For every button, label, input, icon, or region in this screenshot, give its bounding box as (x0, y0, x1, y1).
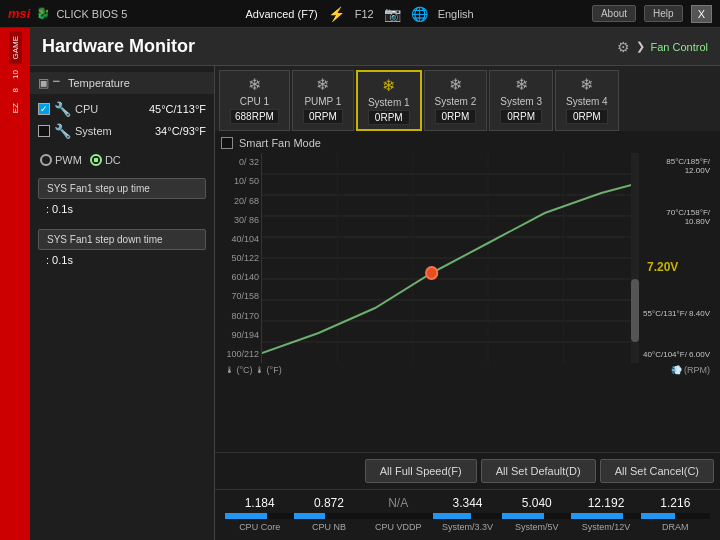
logo-area: msi 🐉 CLICK BIOS 5 (8, 6, 127, 21)
voltage-values-row: 1.184 CPU Core 0.872 CPU (225, 496, 710, 532)
voltage-cpu-core-bar (225, 513, 267, 519)
fan-tab-system3[interactable]: ❄ System 3 0RPM (489, 70, 553, 131)
advanced-mode-label[interactable]: Advanced (F7) (246, 8, 318, 20)
sidebar-item-10[interactable]: 10 (9, 66, 22, 83)
content-area: Hardware Monitor ⚙ ❯ Fan Control ▣ ⎻ Tem… (30, 28, 720, 540)
sidebar-item-ez[interactable]: EZ (9, 99, 22, 117)
x-label-left: 🌡 (°C) 🌡 (°F) (225, 365, 282, 375)
top-right: About Help X (592, 5, 712, 23)
y-axis-left: 100/212 90/194 80/170 70/158 60/140 50/1… (221, 153, 261, 363)
voltage-dram-value: 1.216 (660, 496, 690, 510)
chart-wrapper: 100/212 90/194 80/170 70/158 60/140 50/1… (221, 153, 714, 363)
chart-svg (262, 153, 639, 363)
y-axis-right: 40°C/104°F/ 6.00V 55°C/131°F/ 8.40V 7.20… (639, 153, 714, 363)
msi-logo: msi (8, 6, 30, 21)
pwm-radio-label[interactable]: PWM (40, 154, 82, 166)
fan-control-link[interactable]: Fan Control (651, 41, 708, 53)
system-checkbox[interactable] (38, 125, 50, 137)
sidebar-item-8[interactable]: 8 (9, 84, 22, 96)
y-right-label-3: 85°C/185°F/ 12.00V (643, 157, 710, 175)
step-up-button[interactable]: SYS Fan1 step up time (38, 178, 206, 199)
voltage-sys33-bar-container (433, 513, 502, 519)
voltage-cpu-nb-value: 0.872 (314, 496, 344, 510)
voltage-cpu-vddp: N/A CPU VDDP (364, 496, 433, 532)
system-sensor-value: 34°C/93°F (155, 125, 206, 137)
voltage-sys12-value: 12.192 (588, 496, 625, 510)
voltage-dram: 1.216 DRAM (641, 496, 710, 532)
fan-tab-rpm-pump1: 0RPM (303, 109, 343, 124)
content-header: Hardware Monitor ⚙ ❯ Fan Control (30, 28, 720, 66)
voltage-cpu-nb-bar (294, 513, 325, 519)
close-button[interactable]: X (691, 5, 712, 23)
svg-point-13 (426, 267, 437, 279)
smart-fan-mode-row: Smart Fan Mode (221, 137, 714, 149)
fan-tab-cpu1[interactable]: ❄ CPU 1 688RPM (219, 70, 290, 131)
voltage-sys5: 5.040 System/5V (502, 496, 571, 532)
voltage-cpu-core-bar-container (225, 513, 294, 519)
system-sensor-row[interactable]: 🔧 System 34°C/93°F (30, 120, 214, 142)
voltage-dram-label: DRAM (662, 522, 689, 532)
y-right-label-2: 70°C/158°F/ 10.80V (643, 208, 710, 226)
chart-scrollbar[interactable] (631, 153, 639, 363)
y-label-2: 80/170 (223, 311, 259, 321)
help-button[interactable]: Help (644, 5, 683, 22)
y-label-10: 0/ 32 (223, 157, 259, 167)
right-panel: ❄ CPU 1 688RPM ❄ PUMP 1 0RPM ❄ System 1 … (215, 66, 720, 540)
all-set-cancel-button[interactable]: All Set Cancel(C) (600, 459, 714, 483)
about-button[interactable]: About (592, 5, 636, 22)
pwm-dc-row: PWM DC (30, 146, 214, 174)
all-full-speed-button[interactable]: All Full Speed(F) (365, 459, 477, 483)
main-layout: GAME 10 8 EZ Hardware Monitor ⚙ ❯ Fan Co… (0, 28, 720, 540)
voltage-sys12: 12.192 System/12V (571, 496, 640, 532)
bios-title: CLICK BIOS 5 (56, 8, 127, 20)
chart-scrollbar-thumb[interactable] (631, 279, 639, 342)
f12-label[interactable]: F12 (355, 8, 374, 20)
nav-arrow: ❯ (636, 40, 645, 53)
sidebar-item-game[interactable]: GAME (9, 32, 22, 64)
fan-tab-system1[interactable]: ❄ System 1 0RPM (356, 70, 422, 131)
fan-tab-pump1[interactable]: ❄ PUMP 1 0RPM (292, 70, 354, 131)
cpu-sensor-row[interactable]: 🔧 CPU 45°C/113°F (30, 98, 214, 120)
fan-tab-system4[interactable]: ❄ System 4 0RPM (555, 70, 619, 131)
y-label-7: 30/ 86 (223, 215, 259, 225)
smart-fan-checkbox[interactable] (221, 137, 233, 149)
fan-tab-label-system2: System 2 (435, 96, 477, 107)
fan-tab-rpm-cpu1: 688RPM (230, 109, 279, 124)
cpu-icon: 🔧 (54, 101, 71, 117)
nav-icon: ⚙ (617, 39, 630, 55)
voltage-sys5-bar-container (502, 513, 571, 519)
top-bar: msi 🐉 CLICK BIOS 5 Advanced (F7) ⚡ F12 📷… (0, 0, 720, 28)
voltage-highlight: 7.20V (643, 258, 710, 276)
pwm-radio-btn[interactable] (40, 154, 52, 166)
y-label-0: 100/212 (223, 349, 259, 359)
all-set-default-button[interactable]: All Set Default(D) (481, 459, 596, 483)
cpu-checkbox[interactable] (38, 103, 50, 115)
chart-grid[interactable] (261, 153, 639, 363)
cpu-sensor-name: CPU (75, 103, 145, 115)
fan-tab-label-system3: System 3 (500, 96, 542, 107)
language-label[interactable]: English (438, 8, 474, 20)
fan-tab-rpm-system3: 0RPM (500, 109, 542, 124)
y-label-3: 70/158 (223, 291, 259, 301)
voltage-section: 1.184 CPU Core 0.872 CPU (215, 489, 720, 540)
chart-bottom-labels: 🌡 (°C) 🌡 (°F) 💨 (RPM) (221, 363, 714, 377)
dc-radio-label[interactable]: DC (90, 154, 121, 166)
fan-icon-system2: ❄ (449, 75, 462, 94)
fan-icon-system3: ❄ (515, 75, 528, 94)
y-label-5: 50/122 (223, 253, 259, 263)
screenshot-icon: 📷 (384, 6, 401, 22)
y-right-label-1: 55°C/131°F/ 8.40V (643, 309, 710, 318)
step-down-button[interactable]: SYS Fan1 step down time (38, 229, 206, 250)
voltage-sys33: 3.344 System/3.3V (433, 496, 502, 532)
voltage-sys5-value: 5.040 (522, 496, 552, 510)
voltage-cpu-nb-bar-container (294, 513, 363, 519)
voltage-cpu-vddp-label: CPU VDDP (375, 522, 422, 532)
voltage-dram-bar-container (641, 513, 710, 519)
content-body: ▣ ⎻ Temperature 🔧 CPU 45°C/113°F 🔧 Syste… (30, 66, 720, 540)
temp-header: ▣ ⎻ Temperature (30, 72, 214, 94)
voltage-sys12-bar (571, 513, 623, 519)
fan-tab-system2[interactable]: ❄ System 2 0RPM (424, 70, 488, 131)
dc-radio-btn[interactable] (90, 154, 102, 166)
y-right-label-0: 40°C/104°F/ 6.00V (643, 350, 710, 359)
voltage-cpu-nb-label: CPU NB (312, 522, 346, 532)
